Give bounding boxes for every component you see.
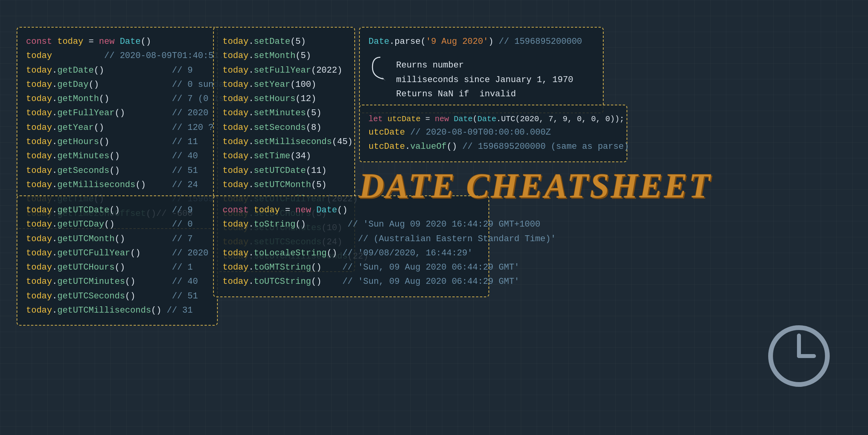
card-utc-constructor: let utcDate = new Date(Date.UTC(2020, 7,… bbox=[359, 105, 627, 162]
code-line: utcDate.valueOf() // 1596895200000 (same… bbox=[369, 140, 618, 154]
code-line: today.toUTCString() // 'Sun, 09 Aug 2020… bbox=[223, 275, 480, 289]
code-line: today.getUTCHours() // 1 bbox=[26, 261, 208, 275]
code-line: today.toString() // 'Sun Aug 09 2020 16:… bbox=[223, 218, 480, 232]
code-line: today.getHours() // 11 bbox=[26, 135, 208, 149]
code-line: today.setDate(5) bbox=[223, 35, 346, 49]
card-date-parse: Date.parse('9 Aug 2020') // 159689520000… bbox=[359, 27, 604, 113]
code-line: today.setUTCDate(11) bbox=[223, 164, 346, 178]
code-line: today.getMilliseconds() // 24 bbox=[26, 178, 208, 192]
code-line: today.setYear(100) bbox=[223, 78, 346, 92]
code-line: today.getUTCMonth() // 7 bbox=[26, 232, 208, 246]
annotation-line: Returns NaN if invalid bbox=[396, 87, 573, 101]
arrow-svg bbox=[369, 55, 394, 87]
annotation-line: Reurns number bbox=[396, 58, 573, 73]
code-line: today.setSeconds(8) bbox=[223, 121, 346, 135]
code-line: const today = new Date() bbox=[26, 35, 208, 49]
code-line: today.setFullYear(2022) bbox=[223, 64, 346, 78]
code-line: today.getUTCDate() // 9 bbox=[26, 203, 208, 218]
code-line: today // 2020-08-09T01:40:51.017Z bbox=[26, 49, 208, 63]
code-line: today.getUTCDay() // 0 bbox=[26, 218, 208, 232]
card-string-methods: const today = new Date() today.toString(… bbox=[213, 195, 489, 297]
code-line: today.setUTCMonth(5) bbox=[223, 178, 346, 192]
clock-icon bbox=[767, 324, 831, 388]
code-line: today.getSeconds() // 51 bbox=[26, 164, 208, 178]
code-line: today.toGMTString() // 'Sun, 09 Aug 2020… bbox=[223, 261, 480, 275]
code-line: today.setHours(12) bbox=[223, 92, 346, 106]
code-line: // (Australian Eastern Standard Time)' bbox=[223, 232, 480, 246]
code-line: today.setMonth(5) bbox=[223, 49, 346, 63]
annotation-line: milliseconds since January 1, 1970 bbox=[396, 73, 573, 87]
code-line: today.toLocaleString() // '09/08/2020, 1… bbox=[223, 246, 480, 261]
code-line: today.getUTCSeconds() // 51 bbox=[26, 289, 208, 304]
code-line: today.getFullYear() // 2020 bbox=[26, 106, 208, 120]
card-utc-getters: today.getUTCDate() // 9 today.getUTCDay(… bbox=[17, 195, 218, 326]
code-line: today.getUTCMilliseconds() // 31 bbox=[26, 304, 208, 318]
code-line: today.setMinutes(5) bbox=[223, 106, 346, 120]
code-line: today.setMilliseconds(45) bbox=[223, 135, 346, 149]
code-line: let utcDate = new Date(Date.UTC(2020, 7,… bbox=[369, 112, 618, 126]
code-line: today.getUTCMinutes() // 40 bbox=[26, 275, 208, 289]
code-line: today.getYear() // 120 ? bbox=[26, 121, 208, 135]
code-line: today.getUTCFullYear() // 2020 bbox=[26, 246, 208, 261]
code-line: today.getDate() // 9 bbox=[26, 64, 208, 78]
code-line: today.getMinutes() // 40 bbox=[26, 149, 208, 163]
code-line: Date.parse('9 Aug 2020') // 159689520000… bbox=[369, 35, 594, 49]
page-title: DATE CHEATSHEET bbox=[359, 166, 712, 206]
code-line: today.getDay() // 0 sunday bbox=[26, 78, 208, 92]
code-line: today.getMonth() // 7 (0 is jan) bbox=[26, 92, 208, 106]
code-line: utcDate // 2020-08-09T00:00:00.000Z bbox=[369, 126, 618, 140]
code-line: today.setTime(34) bbox=[223, 149, 346, 163]
